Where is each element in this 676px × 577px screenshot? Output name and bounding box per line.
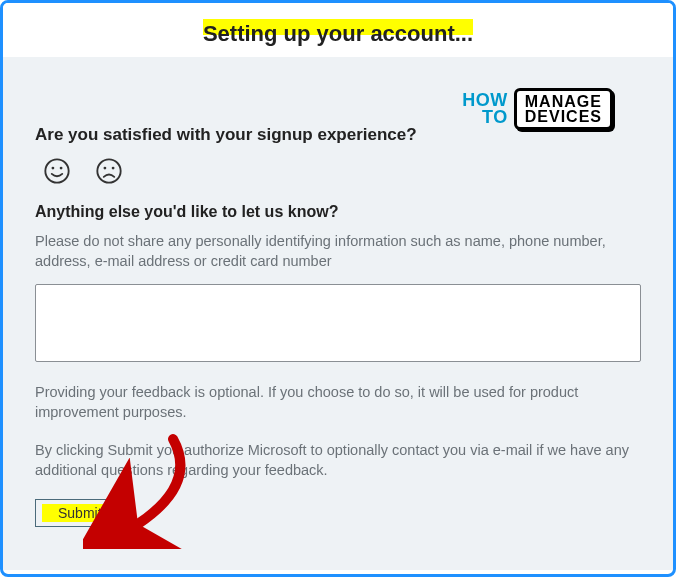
anything-else-question: Anything else you'd like to let us know?	[35, 203, 641, 221]
logo-to-text: TO	[482, 109, 508, 126]
svg-point-5	[112, 167, 115, 170]
svg-point-4	[104, 167, 107, 170]
privacy-hint: Please do not share any personally ident…	[35, 231, 641, 272]
happy-face-icon[interactable]	[43, 157, 71, 185]
svg-point-2	[60, 167, 63, 170]
authorize-note: By clicking Submit you authorize Microso…	[35, 440, 641, 481]
watermark-logo: HOW TO MANAGE DEVICES	[462, 88, 613, 130]
feedback-textarea[interactable]	[35, 284, 641, 362]
svg-point-1	[52, 167, 55, 170]
header: Setting up your account...	[3, 3, 673, 57]
logo-devices-text: DEVICES	[525, 109, 602, 124]
logo-howto: HOW TO	[462, 92, 508, 126]
logo-box: MANAGE DEVICES	[514, 88, 613, 130]
rating-row	[35, 157, 641, 185]
page-title: Setting up your account...	[203, 21, 473, 47]
submit-label: Submit	[58, 505, 102, 521]
optional-note: Providing your feedback is optional. If …	[35, 382, 641, 423]
feedback-panel: Are you satisfied with your signup exper…	[3, 57, 673, 570]
logo-manage-text: MANAGE	[525, 94, 602, 109]
sad-face-icon[interactable]	[95, 157, 123, 185]
svg-point-3	[97, 159, 120, 182]
submit-wrap: Submit	[35, 499, 125, 527]
submit-button[interactable]: Submit	[35, 499, 125, 527]
svg-point-0	[45, 159, 68, 182]
